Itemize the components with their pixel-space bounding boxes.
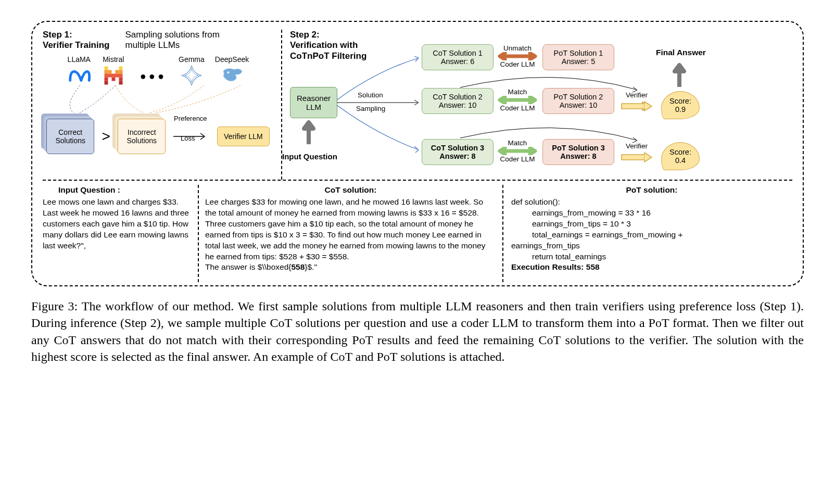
svg-rect-5 (119, 70, 122, 73)
svg-rect-2 (104, 70, 108, 73)
cot-solution-1: CoT Solution 1 Answer: 6 (422, 44, 494, 70)
deepseek-icon (220, 64, 244, 87)
llm-deepseek: DeepSeek (215, 55, 249, 87)
arrow-label: Unmatch (503, 44, 532, 52)
coder-label: Coder LLM (500, 104, 535, 112)
verifier-curve-2 (459, 74, 641, 100)
svg-rect-14 (622, 155, 644, 160)
verifier-label-3: Verifier (626, 142, 648, 150)
svg-rect-7 (104, 77, 108, 81)
input-question-label: Input Question (282, 152, 337, 161)
step1-subtitle: Sampling solutions from multiple LLMs (125, 30, 235, 51)
incorrect-solutions-box: Incorrect Solutions (118, 119, 166, 154)
box-label: LLM (297, 103, 331, 111)
verifier-arrow-icon (621, 101, 653, 111)
correct-solutions-box: Correct Solutions (46, 119, 94, 154)
svg-rect-0 (104, 66, 108, 70)
step1-title-line1: Step 1: (43, 30, 110, 40)
box-answer: Answer: 8 (428, 152, 487, 160)
svg-rect-4 (115, 70, 119, 73)
meta-icon (67, 64, 91, 87)
code-line: return total_earnings (511, 251, 792, 262)
box-answer: Answer: 10 (549, 101, 608, 109)
loss-label: Loss (181, 134, 195, 142)
ellipsis-icon: ● ● ● (136, 70, 168, 82)
code-line: total_earnings = earnings_from_mowing +e… (511, 230, 792, 251)
svg-rect-3 (108, 70, 111, 73)
gemma-icon (180, 64, 204, 87)
verifier-llm-box: Verifier LLM (217, 127, 270, 146)
box-title: CoT Solution 1 (428, 49, 487, 57)
box-answer: Answer: 10 (428, 101, 487, 109)
example-title: Input Question : (43, 185, 193, 196)
svg-rect-8 (111, 77, 115, 81)
pot-solution-1: PoT Solution 1 Answer: 5 (542, 44, 614, 70)
llm-row: LLaMA Mistral (43, 55, 273, 87)
step1-title-line2: Verifier Training (43, 40, 110, 51)
code-line: earnings_from_tips = 10 * 3 (511, 219, 792, 230)
cot-solution-example: CoT solution: Lee charges $33 for mowing… (199, 185, 503, 282)
sampling-label-2: Sampling (356, 105, 385, 112)
example-title: PoT solution: (511, 185, 792, 196)
workflow-diagram: Step 1: Verifier Training Sampling solut… (31, 21, 804, 286)
step2-panel: Step 2: Verification with CoTnPoT Filter… (282, 30, 792, 180)
llm-label: Gemma (179, 55, 205, 64)
llm-label: Mistral (103, 55, 124, 64)
execution-result: Execution Results: 558 (511, 262, 792, 273)
verifier-curve-3 (459, 124, 641, 150)
input-question-example: Input Question : Lee mows one lawn and c… (43, 185, 199, 282)
verifier-label-2: Verifier (626, 91, 648, 99)
verifier-arrow-icon (621, 152, 653, 162)
llm-label: DeepSeek (215, 55, 249, 64)
svg-rect-6 (104, 73, 122, 77)
svg-rect-13 (622, 104, 644, 109)
box-label: Reasoner (297, 94, 331, 103)
step1-panel: Step 1: Verifier Training Sampling solut… (43, 30, 282, 180)
score-value: Score: 0.9 (669, 97, 691, 114)
sampling-arrows (43, 84, 272, 116)
coder-label: Coder LLM (500, 60, 535, 68)
score-value: Score: 0.4 (669, 148, 691, 165)
diagram-top-row: Step 1: Verifier Training Sampling solut… (43, 30, 792, 181)
box-label: Incorrect Solutions (118, 128, 165, 145)
score-bubble-1: Score: 0.9 (661, 91, 700, 119)
reasoner-llm-box: Reasoner LLM (290, 87, 337, 118)
box-label: Verifier LLM (224, 132, 263, 141)
final-answer-label: Final Answer (656, 48, 706, 57)
up-arrow-icon (302, 119, 315, 145)
llm-mistral: Mistral (102, 55, 125, 87)
up-arrow-icon (673, 62, 686, 88)
llm-llama: LLaMA (67, 55, 91, 87)
llm-gemma: Gemma (179, 55, 205, 87)
unmatch-arrow: Unmatch Coder LLM (498, 44, 537, 68)
sampling-label-1: Solution (358, 91, 383, 99)
box-answer: Answer: 5 (549, 57, 608, 66)
figure-caption: Figure 3: The workflow of our method. We… (31, 298, 804, 366)
step2-title-line1: Step 2: (290, 30, 792, 40)
preference-label: Preference (174, 115, 207, 122)
code-line: def solution(): (511, 197, 792, 208)
example-title: CoT solution: (205, 185, 496, 196)
box-answer: Answer: 8 (549, 152, 608, 160)
coder-label: Coder LLM (500, 155, 535, 163)
example-body: Lee charges $33 for mowing one lawn, and… (205, 197, 496, 262)
code-line: earnings_from_mowing = 33 * 16 (511, 208, 792, 219)
greater-than-sign: > (102, 128, 110, 145)
llm-label: LLaMA (68, 55, 91, 64)
example-answer: The answer is $\\boxed{558}$." (205, 262, 496, 273)
example-row: Input Question : Lee mows one lawn and c… (43, 181, 792, 282)
box-answer: Answer: 6 (428, 57, 487, 66)
example-body: Lee mows one lawn and charges $33. Last … (43, 197, 193, 251)
score-bubble-2: Score: 0.4 (661, 142, 700, 170)
svg-rect-9 (119, 77, 122, 81)
step2-title-line2: Verification with (290, 40, 792, 51)
svg-rect-1 (119, 66, 122, 70)
svg-point-12 (227, 71, 229, 73)
box-label: Correct Solutions (47, 128, 94, 145)
mistral-icon (102, 64, 125, 87)
box-title: PoT Solution 1 (549, 49, 608, 57)
pot-solution-example: PoT solution: def solution(): earnings_f… (503, 185, 792, 282)
